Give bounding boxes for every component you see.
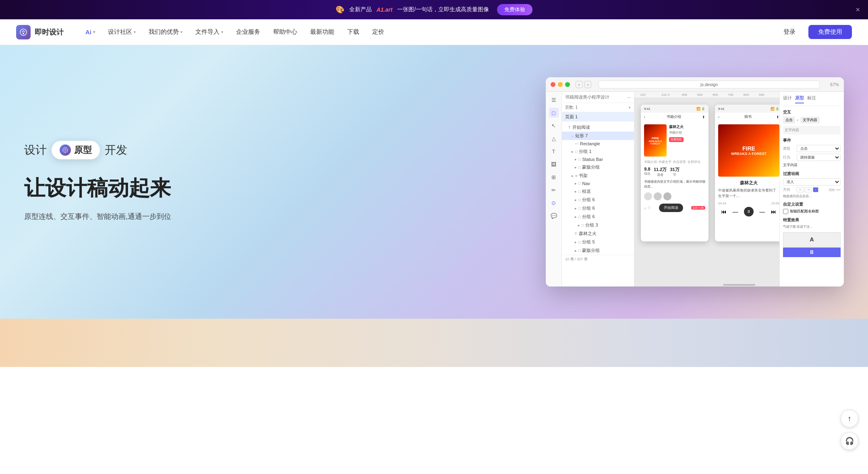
nav-item-import[interactable]: 文件导入 ▾ xyxy=(190,25,229,39)
direction-up[interactable]: ↑ xyxy=(813,187,818,192)
tab-design[interactable]: 设计 xyxy=(783,95,792,103)
download-icon[interactable]: ↓ xyxy=(644,206,646,210)
nav-item-pricing[interactable]: 定价 xyxy=(367,25,390,39)
banner-close-button[interactable]: × xyxy=(856,6,860,14)
layer-item-statusbar[interactable]: ▸ □ Status Bar xyxy=(562,156,634,163)
logo[interactable]: 即时设计 xyxy=(16,25,64,39)
layer-item-start-reading[interactable]: T 开始阅读 xyxy=(562,123,634,132)
window-forward-button[interactable]: › xyxy=(584,81,592,88)
layer-item-mask-group1[interactable]: ▸ □ 蒙版分组 xyxy=(562,163,634,171)
rewind-icon[interactable]: — xyxy=(733,208,738,215)
nav-item-download[interactable]: 下载 xyxy=(342,25,365,39)
free-use-button[interactable]: 免费使用 xyxy=(808,25,852,39)
layer-item-shelf[interactable]: ▸ ≡ 书架 xyxy=(562,171,634,180)
animation-desc: 拖放成功后点击后... xyxy=(783,194,841,198)
chevron-down-icon: ▾ xyxy=(180,30,182,34)
frame-icon: □ xyxy=(578,240,580,244)
nav-item-enterprise[interactable]: 企业服务 xyxy=(230,25,266,39)
hero-tag-dev: 开发 xyxy=(105,142,127,158)
event-action-select[interactable]: 跳转面板 xyxy=(797,154,841,161)
sidebar-icon-prototype[interactable]: ⊙ xyxy=(549,198,559,208)
layer-label: Status Bar xyxy=(582,157,603,162)
sidebar-icon-cursor[interactable]: ↖ xyxy=(549,121,559,130)
layer-item-mask-group2[interactable]: ▸ □ 蒙版分组 xyxy=(562,246,634,255)
banner-cta-button[interactable]: 免费体验 xyxy=(497,4,532,15)
start-reading-button[interactable]: 开始阅读 xyxy=(659,204,683,212)
tab-prototype[interactable]: 原型 xyxy=(795,95,804,103)
sidebar-icon-layers[interactable]: ◻ xyxy=(549,108,559,117)
trigger-label[interactable]: 点击 xyxy=(783,117,795,124)
tag-intro[interactable]: 书籍介绍 xyxy=(644,160,657,164)
direction-left[interactable]: ← xyxy=(797,187,804,192)
window-maximize-dot[interactable] xyxy=(565,82,570,87)
preview-box-b: B xyxy=(783,247,841,257)
share-icon-2[interactable]: ⬆ xyxy=(776,115,779,119)
canvas-scrollbar[interactable] xyxy=(707,283,779,286)
prev-icon[interactable]: ⏮ xyxy=(721,208,727,215)
tag-comments[interactable]: 全部评论 xyxy=(688,160,700,164)
window-minimize-dot[interactable] xyxy=(558,82,563,87)
layer-item-guisong[interactable]: ▸ □ 桂送 xyxy=(562,187,634,196)
chevron-down-icon: ▾ xyxy=(221,30,223,34)
back-icon-2[interactable]: ‹ xyxy=(718,115,719,119)
section-title-effect: 特置效果 xyxy=(783,217,841,223)
app-canvas[interactable]: 123 241.5 408 540 600 700 800 900 9:4 xyxy=(634,92,779,286)
smart-match-checkbox[interactable] xyxy=(783,209,788,214)
layer-item-group6b[interactable]: ▸ □ 分组 6 xyxy=(562,204,634,212)
phone-content-1: FIRE WREAKS A FOREST 森林之火 书籍介绍 免费领取 xyxy=(641,121,708,215)
layers-panel: 书籍阅读类小程序设计 ··· 页数: 1 + 页面 1 T 开始阅读 ⬦ xyxy=(562,92,634,286)
nav-item-ai[interactable]: Ai ▾ xyxy=(80,25,101,39)
tab-annotation[interactable]: 标注 xyxy=(807,95,816,103)
animation-type-select[interactable]: 溶入 xyxy=(783,178,841,185)
book-info-row: FIRE WREAKS A FOREST 森林之火 书籍介绍 免费领取 xyxy=(644,124,705,157)
url-bar[interactable]: js.design xyxy=(599,80,820,89)
target-value: 文字内容 xyxy=(783,163,841,168)
sidebar-icon-component[interactable]: ⊞ xyxy=(549,172,559,182)
add-page-button[interactable]: + xyxy=(628,105,631,110)
direction-right[interactable]: → xyxy=(805,187,812,192)
sidebar-icon-shape[interactable]: △ xyxy=(549,134,559,143)
phone-stats: 9.8 综合 11.2万 读者 31万 字 xyxy=(644,167,705,177)
pause-button[interactable]: ⏸ xyxy=(744,207,754,216)
login-button[interactable]: 登录 xyxy=(775,25,804,39)
window-close-dot[interactable] xyxy=(551,82,555,87)
sidebar-icon-image[interactable]: 🖼 xyxy=(549,159,559,169)
action-label[interactable]: 文字内容 xyxy=(800,117,820,124)
nav-item-design-community[interactable]: 设计社区 ▾ xyxy=(102,25,141,39)
layer-label: 分组 3 xyxy=(585,222,598,228)
layer-item-book-fire[interactable]: T 森林之火 xyxy=(562,229,634,238)
nav-item-features[interactable]: 最新功能 xyxy=(305,25,340,39)
layer-item-nav[interactable]: ▸ □ Nav xyxy=(562,180,634,187)
top-banner: 🎨 全新产品 A1.art 一张图/一句话，立即生成高质量图像 免费体验 × xyxy=(0,0,868,19)
layer-item-group5[interactable]: ▸ □ 分组 5 xyxy=(562,238,634,246)
sidebar-icon-comment[interactable]: 💬 xyxy=(549,211,559,221)
window-back-button[interactable]: ‹ xyxy=(576,81,583,88)
layers-options-icon[interactable]: ··· xyxy=(627,95,631,100)
frame-icon: □ xyxy=(578,190,580,194)
nav-item-help[interactable]: 帮助中心 xyxy=(267,25,303,39)
nav-item-advantages[interactable]: 我们的优势 ▾ xyxy=(143,25,188,39)
props-effect-section: 特置效果 气候下图 应该下活... xyxy=(783,217,841,229)
layer-label: 森林之火 xyxy=(579,231,597,237)
tag-author[interactable]: 作家生平 xyxy=(659,160,671,164)
next-icon[interactable]: ⏭ xyxy=(771,208,777,215)
back-icon[interactable]: ‹ xyxy=(644,115,645,119)
tag-reading[interactable]: 作品背景 xyxy=(673,160,686,164)
type-label: 类型 xyxy=(783,146,795,151)
layer-count: 10 叠 / 337 叠 xyxy=(562,255,634,264)
sidebar-icon-text[interactable]: T xyxy=(549,146,559,156)
layer-item-group6c[interactable]: ▸ □ 分组 6 xyxy=(562,212,634,221)
layer-item-rect7[interactable]: ⬦ 短形 7 xyxy=(562,132,634,140)
forward-icon[interactable]: — xyxy=(759,208,765,215)
layer-label: 分组 6 xyxy=(582,197,595,203)
layer-item-group3[interactable]: ▸ □ 分组 3 xyxy=(562,221,634,229)
sidebar-icon-pen[interactable]: ✏ xyxy=(549,185,559,195)
sidebar-icon-menu[interactable]: ☰ xyxy=(549,95,559,105)
layer-item-group6a[interactable]: ▸ □ 分组 6 xyxy=(562,196,634,204)
event-type-select[interactable]: 点击 xyxy=(797,145,841,152)
layer-item-rectangle[interactable]: — Rectangle xyxy=(562,140,634,147)
layer-item-group1[interactable]: ▸ □ 分组 1 xyxy=(562,147,634,156)
share-icon[interactable]: ⬆ xyxy=(702,115,705,119)
page-item-1[interactable]: 页面 1 xyxy=(562,112,634,122)
like-icon[interactable]: ♡ xyxy=(648,206,651,210)
